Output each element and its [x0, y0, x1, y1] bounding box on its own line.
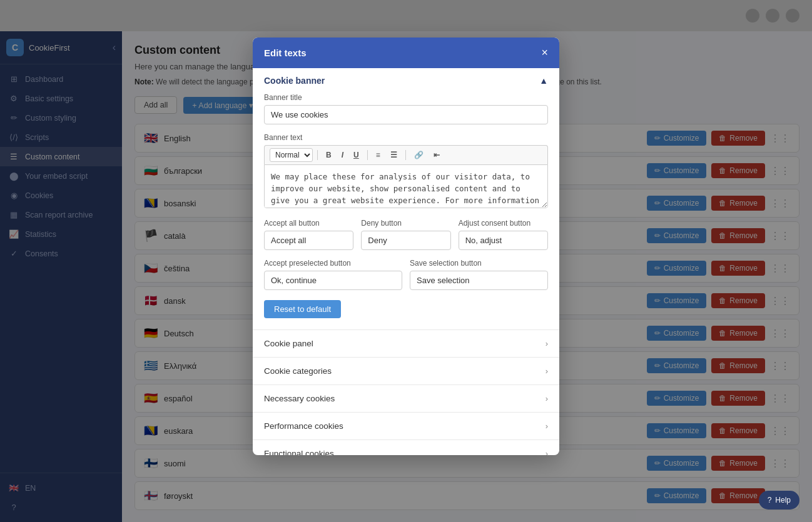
modal-header: Edit texts ×	[253, 38, 559, 68]
accordion-title-necessary-cookies: Necessary cookies	[264, 394, 335, 403]
unordered-list-button[interactable]: ≡	[372, 149, 384, 161]
cookie-banner-section-title: Cookie banner	[264, 76, 325, 86]
format-select[interactable]: Normal H1 H2 H3	[270, 148, 313, 162]
bold-button[interactable]: B	[322, 149, 335, 161]
accordion-chevron-necessary-cookies: ›	[546, 394, 548, 403]
banner-chevron-up-icon: ▲	[539, 76, 548, 86]
cookie-banner-section-header[interactable]: Cookie banner ▲	[253, 68, 559, 93]
accordion-header-cookie-categories[interactable]: Cookie categories ›	[253, 358, 559, 384]
accept-preselected-input[interactable]	[264, 271, 402, 290]
accordion-title-cookie-categories: Cookie categories	[264, 366, 332, 376]
banner-title-group: Banner title	[264, 93, 548, 124]
accordion-necessary-cookies: Necessary cookies ›	[253, 384, 559, 412]
accordion-header-functional-cookies[interactable]: Functional cookies ›	[253, 440, 559, 455]
adjust-label: Adjust consent button	[459, 219, 548, 228]
accept-preselected-group: Accept preselected button	[264, 259, 402, 290]
save-selection-label: Save selection button	[410, 259, 548, 268]
help-label: Help	[775, 496, 791, 504]
deny-group: Deny button	[361, 219, 450, 250]
ordered-list-button[interactable]: ☰	[387, 149, 401, 161]
reset-to-default-button[interactable]: Reset to default	[264, 300, 341, 318]
modal-overlay[interactable]: Edit texts × Cookie banner ▲ Banner titl…	[0, 0, 812, 522]
rtl-button[interactable]: ⇤	[430, 149, 444, 161]
button-labels-row-1: Accept all button Deny button Adjust con…	[264, 219, 548, 250]
accordion-header-cookie-panel[interactable]: Cookie panel ›	[253, 330, 559, 357]
button-labels-row-2: Accept preselected button Save selection…	[264, 259, 548, 290]
italic-button[interactable]: I	[338, 149, 347, 161]
banner-text-textarea[interactable]: We may place these for analysis of our v…	[264, 164, 548, 208]
accordion-chevron-functional-cookies: ›	[546, 449, 548, 455]
help-circle-icon: ?	[768, 496, 772, 504]
accordion-chevron-cookie-categories: ›	[546, 366, 548, 376]
accordion-title-performance-cookies: Performance cookies	[264, 421, 343, 431]
accept-all-group: Accept all button	[264, 219, 353, 250]
underline-button[interactable]: U	[350, 149, 363, 161]
banner-title-label: Banner title	[264, 93, 548, 102]
link-button[interactable]: 🔗	[410, 149, 427, 161]
accordion-functional-cookies: Functional cookies ›	[253, 439, 559, 455]
accept-all-label: Accept all button	[264, 219, 353, 228]
toolbar-divider-3	[405, 150, 406, 160]
accordion-cookie-categories: Cookie categories ›	[253, 357, 559, 384]
banner-text-group: Banner text Normal H1 H2 H3 B I U ≡ ☰	[264, 133, 548, 210]
accordion-performance-cookies: Performance cookies ›	[253, 412, 559, 439]
deny-label: Deny button	[361, 219, 450, 228]
banner-text-label: Banner text	[264, 133, 548, 142]
save-selection-group: Save selection button	[410, 259, 548, 290]
adjust-group: Adjust consent button	[459, 219, 548, 250]
edit-texts-modal: Edit texts × Cookie banner ▲ Banner titl…	[253, 38, 559, 455]
accept-preselected-label: Accept preselected button	[264, 259, 402, 268]
cookie-banner-section-content: Banner title Banner text Normal H1 H2 H3…	[253, 93, 559, 329]
banner-title-input[interactable]	[264, 105, 548, 124]
modal-title: Edit texts	[264, 48, 307, 58]
help-button[interactable]: ? Help	[759, 491, 799, 509]
accordion-title-functional-cookies: Functional cookies	[264, 449, 334, 455]
toolbar-divider	[317, 150, 318, 160]
accordion-chevron-cookie-panel: ›	[546, 339, 548, 348]
deny-input[interactable]	[361, 231, 450, 250]
modal-close-button[interactable]: ×	[541, 46, 548, 59]
accordion-header-necessary-cookies[interactable]: Necessary cookies ›	[253, 385, 559, 412]
rich-text-toolbar: Normal H1 H2 H3 B I U ≡ ☰ 🔗 ⇤	[264, 145, 548, 164]
toolbar-divider-2	[367, 150, 368, 160]
accordion-header-performance-cookies[interactable]: Performance cookies ›	[253, 413, 559, 439]
accordion-title-cookie-panel: Cookie panel	[264, 339, 313, 348]
adjust-input[interactable]	[459, 231, 548, 250]
save-selection-input[interactable]	[410, 271, 548, 290]
accordion-cookie-panel: Cookie panel ›	[253, 329, 559, 357]
accept-all-input[interactable]	[264, 231, 353, 250]
accordion-chevron-performance-cookies: ›	[546, 421, 548, 431]
